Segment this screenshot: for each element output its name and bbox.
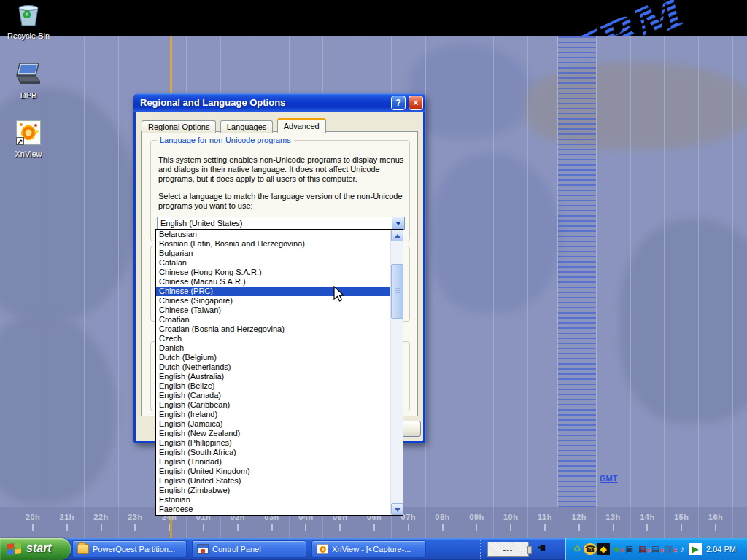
hour-tick <box>442 524 444 531</box>
hour-label: 10h <box>503 513 518 521</box>
volume-icon[interactable]: ♪ <box>676 543 689 555</box>
hour-label: 12h <box>572 513 587 521</box>
timezone-boundary-line <box>664 36 665 538</box>
list-item[interactable]: Chinese (Hong Kong S.A.R.) <box>156 268 390 277</box>
taskbar-button[interactable]: XnView - [<Capture-... <box>311 540 426 558</box>
power-plug-icon <box>535 542 549 556</box>
map-continent-shape <box>409 44 533 139</box>
pc-error-icon[interactable]: ▤× <box>649 543 662 555</box>
combobox-value: English (United States) <box>160 219 243 228</box>
hour-tick <box>66 524 68 531</box>
list-item[interactable]: English (Canada) <box>156 391 390 400</box>
list-item[interactable]: English (Trinidad) <box>156 457 390 467</box>
help-button[interactable]: ? <box>391 96 406 110</box>
list-item[interactable]: English (United Kingdom) <box>156 467 390 476</box>
hour-label: 23h <box>128 513 142 521</box>
task-buttons: PowerQuest Partition...Control PanelXnVi… <box>72 540 426 558</box>
scroll-down-button[interactable] <box>391 503 403 515</box>
hour-label: 21h <box>60 513 74 521</box>
dropdown-items: BelarusianBosnian (Latin, Bosnia and Her… <box>156 230 390 515</box>
group-description: This system setting enables non-Unicode … <box>158 155 405 184</box>
dialog-titlebar[interactable]: Regional and Language Options ? × <box>133 93 425 112</box>
timezone-boundary-line <box>460 36 460 538</box>
hour-tick <box>305 524 306 531</box>
users-blocked-icon[interactable]: ☻× <box>610 543 623 555</box>
task-indicator-icon[interactable]: ▶ <box>689 543 702 555</box>
list-item[interactable]: Chinese (Taiwan) <box>156 306 390 315</box>
tab-regional-options[interactable]: Regional Options <box>142 120 216 133</box>
hour-tick <box>510 524 511 531</box>
list-item[interactable]: English (Australia) <box>156 372 390 381</box>
list-item[interactable]: English (United States) <box>156 476 390 486</box>
desktop-icon-recycle-bin[interactable]: ♻ Recycle Bin <box>1 4 56 40</box>
list-item[interactable]: English (Ireland) <box>156 410 390 419</box>
group-caption: Language for non-Unicode programs <box>157 136 294 144</box>
dialog-title: Regional and Language Options <box>140 97 285 108</box>
hour-tick <box>646 524 648 531</box>
network-disconnected-icon[interactable]: ▥× <box>662 543 676 555</box>
list-item[interactable]: Dutch (Belgium) <box>156 353 390 362</box>
support-phone-icon[interactable]: ☎ <box>584 543 597 555</box>
desktop-icon-xnview[interactable]: ↗ XnView <box>1 120 56 158</box>
list-item[interactable]: Chinese (Macau S.A.R.) <box>156 277 390 287</box>
hour-tick <box>544 524 546 531</box>
tab-advanced[interactable]: Advanced <box>277 118 326 133</box>
mouse-cursor <box>333 286 348 303</box>
list-item[interactable]: Danish <box>156 343 390 353</box>
list-item[interactable]: Dutch (Netherlands) <box>156 362 390 372</box>
list-item[interactable]: Faeroese <box>156 505 390 514</box>
taskbar-button-label: PowerQuest Partition... <box>93 545 175 553</box>
list-item[interactable]: Croatian (Bosnia and Herzegovina) <box>156 324 390 334</box>
scrollbar-thumb[interactable] <box>391 264 403 319</box>
current-time-line <box>170 36 172 93</box>
map-continent-shape <box>0 314 117 503</box>
start-label: start <box>26 542 52 555</box>
list-item[interactable]: Czech <box>156 334 390 343</box>
hotswap-device-icon[interactable]: ♻ <box>570 543 584 555</box>
desktop-icon-dpb[interactable]: DPB <box>1 62 56 100</box>
list-item[interactable]: English (Philippines) <box>156 438 390 448</box>
list-item[interactable]: English (Zimbabwe) <box>156 486 390 495</box>
list-item[interactable]: English (Caribbean) <box>156 400 390 410</box>
list-item[interactable]: Croatian <box>156 315 390 324</box>
list-item[interactable]: English (South Africa) <box>156 448 390 457</box>
list-item[interactable]: Chinese (Singapore) <box>156 296 390 306</box>
ibm-logo: IBM <box>555 0 735 36</box>
list-item[interactable]: Estonian <box>156 495 390 505</box>
hour-tick <box>32 524 34 531</box>
network-computers-icon[interactable]: ▣ <box>623 543 636 555</box>
start-button[interactable]: start <box>0 538 71 560</box>
hour-tick <box>101 524 102 531</box>
list-item[interactable]: Catalan <box>156 258 390 268</box>
list-item[interactable]: Bosnian (Latin, Bosnia and Herzegovina) <box>156 239 390 249</box>
taskbar-button[interactable]: PowerQuest Partition... <box>72 540 187 558</box>
list-item[interactable]: English (Belize) <box>156 381 390 391</box>
timezone-boundary-line <box>698 36 699 538</box>
map-continent-shape <box>620 219 747 423</box>
language-combobox[interactable]: English (United States) <box>157 217 405 230</box>
app-grid-error-icon[interactable]: ▦× <box>636 543 649 555</box>
dropdown-scrollbar[interactable] <box>390 230 403 515</box>
hour-tick <box>374 524 375 531</box>
list-item[interactable]: English (Jamaica) <box>156 419 390 429</box>
battery-meter-icon: --- <box>487 542 529 557</box>
chevron-down-icon <box>395 222 401 228</box>
control-panel-icon <box>197 544 209 554</box>
list-item[interactable]: English (New Zealand) <box>156 429 390 438</box>
list-item[interactable]: Belarusian <box>156 230 390 239</box>
language-dropdown-list[interactable]: BelarusianBosnian (Latin, Bosnia and Her… <box>155 229 403 516</box>
gmt-meridian-band <box>557 36 597 507</box>
tab-languages[interactable]: Languages <box>220 120 273 133</box>
hour-label: 13h <box>605 513 620 521</box>
taskbar-clock[interactable]: 2:04 PM <box>706 545 736 553</box>
list-item-selected[interactable]: Chinese (PRC) <box>156 287 390 296</box>
combobox-dropdown-button[interactable] <box>392 217 404 229</box>
scroll-up-button[interactable] <box>391 230 403 241</box>
hour-tick <box>339 524 341 531</box>
taskbar-button[interactable]: Control Panel <box>192 540 306 558</box>
taskbar-button-label: Control Panel <box>212 545 261 553</box>
warning-diamond-icon[interactable]: ◆ <box>597 543 610 555</box>
timezone-boundary-line <box>493 36 494 538</box>
list-item[interactable]: Bulgarian <box>156 249 390 258</box>
close-button[interactable]: × <box>409 96 423 110</box>
